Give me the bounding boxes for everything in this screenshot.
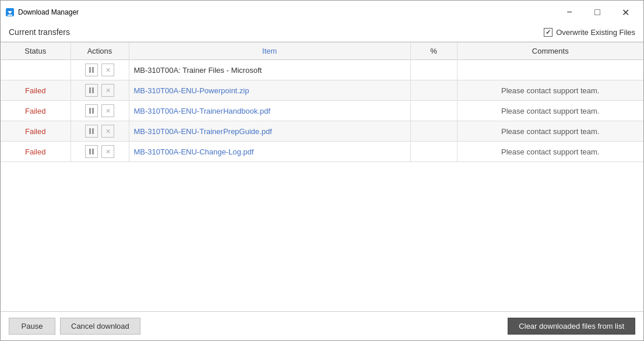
actions-container: ✕: [76, 64, 124, 76]
table-row: Failed✕MB-310T00A-ENU-TrainerPrepGuide.p…: [1, 121, 643, 142]
item-link[interactable]: MB-310T00A-ENU-TrainerHandbook.pdf: [134, 107, 270, 115]
title-bar: Download Manager − □ ✕: [1, 1, 643, 23]
window-controls: − □ ✕: [556, 4, 639, 20]
col-header-comments: Comments: [457, 43, 643, 60]
cell-comments: Please contact support team.: [457, 101, 643, 121]
download-manager-window: Download Manager − □ ✕ Current transfers…: [0, 0, 644, 341]
cell-actions: ✕: [71, 80, 129, 101]
download-icon: [5, 8, 15, 17]
cancel-action-button[interactable]: ✕: [101, 104, 114, 117]
downloads-table: Status Actions Item % Comments ✕MB-310T0…: [1, 43, 643, 162]
window-title: Download Manager: [18, 8, 556, 16]
cell-percent: [410, 101, 457, 121]
cell-comments: Please contact support team.: [457, 142, 643, 162]
cell-actions: ✕: [71, 142, 129, 162]
cell-comments: Please contact support team.: [457, 121, 643, 142]
current-transfers-label: Current transfers: [9, 27, 544, 37]
cell-item: MB-310T00A: Trainer Files - Microsoft: [129, 60, 410, 80]
table-header: Status Actions Item % Comments: [1, 43, 643, 60]
table-row: Failed✕MB-310T00A-ENU-Change-Log.pdfPlea…: [1, 142, 643, 162]
cell-status: Failed: [1, 121, 71, 142]
cell-percent: [410, 60, 457, 80]
close-button[interactable]: ✕: [612, 4, 639, 20]
header-bar: Current transfers Overwrite Existing Fil…: [1, 23, 643, 42]
pause-action-button[interactable]: [85, 84, 98, 97]
col-header-item: Item: [129, 43, 410, 60]
cell-status: Failed: [1, 80, 71, 101]
cell-comments: [457, 60, 643, 80]
item-link[interactable]: MB-310T00A-ENU-Change-Log.pdf: [134, 147, 254, 156]
cell-status: [1, 60, 71, 80]
col-header-percent: %: [410, 43, 457, 60]
cancel-action-button[interactable]: ✕: [101, 64, 114, 76]
cell-comments: Please contact support team.: [457, 80, 643, 101]
cell-status: Failed: [1, 142, 71, 162]
cell-actions: ✕: [71, 60, 129, 80]
cell-percent: [410, 80, 457, 101]
cell-percent: [410, 142, 457, 162]
clear-downloaded-button[interactable]: Clear downloaded files from list: [508, 318, 635, 335]
pause-action-button[interactable]: [85, 125, 98, 138]
actions-container: ✕: [76, 145, 124, 158]
actions-container: ✕: [76, 125, 124, 138]
minimize-button[interactable]: −: [556, 4, 583, 20]
footer: Pause Cancel download Clear downloaded f…: [1, 312, 643, 340]
item-link[interactable]: MB-310T00A-ENU-TrainerPrepGuide.pdf: [134, 127, 272, 136]
cell-actions: ✕: [71, 101, 129, 121]
item-link[interactable]: MB-310T00A-ENU-Powerpoint.zip: [134, 86, 249, 95]
cancel-download-button[interactable]: Cancel download: [60, 318, 140, 335]
pause-action-button[interactable]: [85, 64, 98, 76]
col-header-status: Status: [1, 43, 71, 60]
cell-actions: ✕: [71, 121, 129, 142]
footer-left-buttons: Pause Cancel download: [9, 318, 503, 335]
table-body: ✕MB-310T00A: Trainer Files - MicrosoftFa…: [1, 60, 643, 162]
col-header-actions: Actions: [71, 43, 129, 60]
cancel-action-button[interactable]: ✕: [101, 125, 114, 138]
pause-button[interactable]: Pause: [9, 318, 55, 335]
table-row: Failed✕MB-310T00A-ENU-Powerpoint.zipPlea…: [1, 80, 643, 101]
cell-item[interactable]: MB-310T00A-ENU-Change-Log.pdf: [129, 142, 410, 162]
cell-item[interactable]: MB-310T00A-ENU-Powerpoint.zip: [129, 80, 410, 101]
actions-container: ✕: [76, 104, 124, 117]
overwrite-existing-checkbox[interactable]: [544, 28, 552, 37]
downloads-table-container: Status Actions Item % Comments ✕MB-310T0…: [1, 42, 643, 312]
maximize-button[interactable]: □: [584, 4, 611, 20]
cell-item[interactable]: MB-310T00A-ENU-TrainerPrepGuide.pdf: [129, 121, 410, 142]
cancel-action-button[interactable]: ✕: [101, 84, 114, 97]
pause-action-button[interactable]: [85, 104, 98, 117]
cell-item[interactable]: MB-310T00A-ENU-TrainerHandbook.pdf: [129, 101, 410, 121]
actions-container: ✕: [76, 84, 124, 97]
table-row: ✕MB-310T00A: Trainer Files - Microsoft: [1, 60, 643, 80]
cancel-action-button[interactable]: ✕: [101, 145, 114, 158]
pause-action-button[interactable]: [85, 145, 98, 158]
overwrite-existing-label[interactable]: Overwrite Existing Files: [544, 28, 635, 37]
overwrite-existing-text: Overwrite Existing Files: [556, 28, 635, 37]
table-row: Failed✕MB-310T00A-ENU-TrainerHandbook.pd…: [1, 101, 643, 121]
svg-rect-2: [8, 15, 12, 16]
cell-percent: [410, 121, 457, 142]
cell-status: Failed: [1, 101, 71, 121]
